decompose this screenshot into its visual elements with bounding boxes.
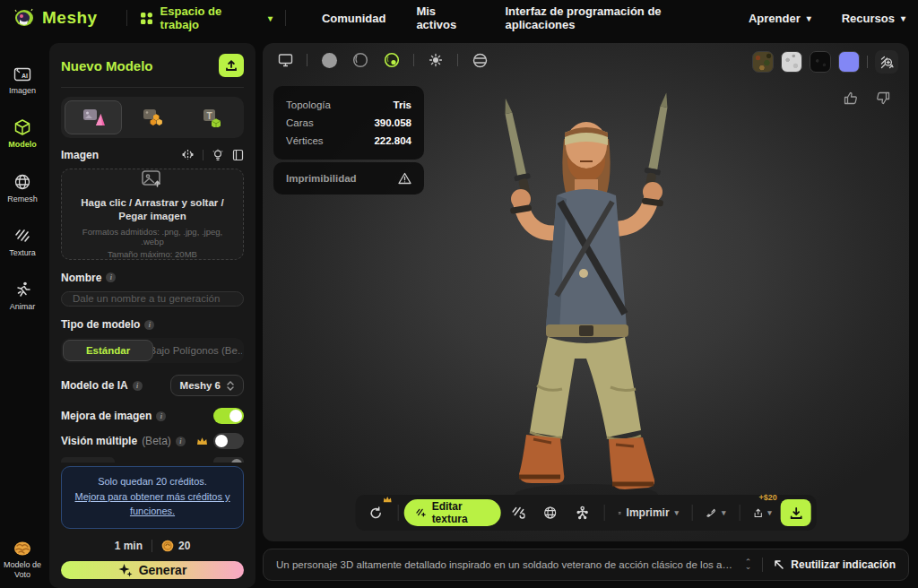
nav-divider <box>126 10 127 26</box>
normal-map-thumbnail[interactable] <box>838 51 860 73</box>
printability-card[interactable]: Imprimibilidad <box>273 162 424 195</box>
rail-item-animar[interactable]: Animar <box>10 281 36 311</box>
nav-link-api[interactable]: Interfaz de programación de aplicaciones <box>505 4 717 31</box>
matcap-environment-icon[interactable] <box>470 50 489 70</box>
credits-remaining-text: Solo quedan 20 créditos. <box>71 476 234 487</box>
info-icon: i <box>106 272 116 282</box>
divider <box>692 505 693 521</box>
crown-icon <box>196 437 208 445</box>
meshy-logo[interactable]: Meshy <box>13 7 98 29</box>
meshy-logo-icon <box>13 7 36 29</box>
info-icon: i <box>133 381 143 391</box>
meshy-logo-text: Meshy <box>42 8 98 28</box>
divider <box>867 56 868 68</box>
multi-view-toggle[interactable] <box>213 433 244 449</box>
rig-animate-button[interactable] <box>567 499 598 526</box>
image-dropzone[interactable]: Haga clic / Arrastrar y soltar / Pegar i… <box>61 169 244 260</box>
upgrade-link[interactable]: Mejora para obtener más créditos y funci… <box>71 490 234 519</box>
rail-item-modelo-de-voto[interactable]: Modelo de Voto <box>0 540 45 579</box>
ai-model-label: Modelo de IAi <box>61 379 143 392</box>
expand-prompt-control[interactable]: ⌃⌄ <box>745 560 752 569</box>
shading-wireframe-button[interactable] <box>351 50 370 70</box>
edit-texture-button[interactable]: Editar textura <box>404 499 501 526</box>
upload-asset-button[interactable] <box>219 54 244 77</box>
prompt-bar: Un personaje 3D altamente detallado insp… <box>263 549 909 581</box>
inspect-maps-button[interactable] <box>875 50 898 74</box>
image-to-3d-icon <box>82 108 105 127</box>
remesh-button[interactable] <box>535 499 566 526</box>
lightbulb-icon[interactable] <box>212 149 224 161</box>
tools-menu-button[interactable]: ▾ <box>699 499 732 526</box>
texture-brush-icon <box>416 507 427 519</box>
ai-model-select[interactable]: Meshy 6 <box>170 375 244 396</box>
image-enhance-toggle[interactable] <box>213 408 244 424</box>
refresh-icon <box>369 506 383 520</box>
divider <box>307 54 307 66</box>
model-type-segmented: Estándar Bajo Polígonos (Be... <box>61 338 244 363</box>
prompt-text: Un personaje 3D altamente detallado insp… <box>276 559 734 570</box>
3d-viewport[interactable]: Topología Tris Caras 390.058 Vértices 22… <box>263 43 909 541</box>
reuse-prompt-button[interactable]: Reutilizar indicación <box>774 558 896 571</box>
roughness-map-thumbnail[interactable] <box>781 51 802 73</box>
warning-icon <box>398 172 411 185</box>
chevron-down-icon: ▾ <box>268 13 273 23</box>
divider <box>152 540 152 552</box>
metallic-map-thumbnail[interactable] <box>810 51 831 73</box>
rail-item-textura[interactable]: Textura <box>9 227 36 257</box>
shading-solid-button[interactable] <box>319 50 339 70</box>
info-icon: i <box>144 320 154 330</box>
basecolor-map-thumbnail[interactable] <box>752 51 774 73</box>
library-icon[interactable] <box>232 149 244 161</box>
generate-button[interactable]: Generar <box>61 561 244 579</box>
wireframe-sphere-icon <box>13 173 31 191</box>
retexture-button[interactable] <box>503 499 533 526</box>
dropzone-formats: Formatos admitidos: .png, .jpg, .jpeg, .… <box>74 227 230 246</box>
shading-textured-button[interactable] <box>382 50 402 70</box>
top-navbar: Meshy Espacio de trabajo ▾ Comunidad Mis… <box>0 0 918 36</box>
workspace-grid-icon <box>140 12 153 25</box>
download-button[interactable] <box>781 499 811 526</box>
rail-item-modelo[interactable]: Modelo <box>8 118 37 149</box>
dropzone-title: Haga clic / Arrastrar y soltar / Pegar i… <box>74 196 230 224</box>
divider <box>61 87 244 88</box>
printability-label: Imprimibilidad <box>286 173 357 184</box>
thumbs-down-icon[interactable] <box>875 90 891 106</box>
rail-item-imagen[interactable]: AI Imagen <box>9 66 36 95</box>
model-type-lowpoly[interactable]: Bajo Polígonos (Be... <box>153 340 242 361</box>
regenerate-button[interactable] <box>360 499 391 526</box>
model-type-label: Tipo de modeloi <box>61 318 154 331</box>
retexture-icon <box>511 506 524 519</box>
tab-text-to-3d[interactable]: T <box>185 100 240 134</box>
model-type-standard[interactable]: Estándar <box>63 340 153 361</box>
nav-link-learn[interactable]: Aprender▾ <box>749 12 811 25</box>
download-icon <box>789 506 802 520</box>
faces-value: 390.058 <box>374 117 411 128</box>
name-input[interactable] <box>61 291 244 307</box>
text-to-3d-icon: T <box>201 108 224 127</box>
print-button[interactable]: Imprimir ▾ <box>611 499 687 526</box>
tab-image-to-voxel[interactable] <box>126 100 181 134</box>
cube-icon <box>13 118 31 136</box>
nav-link-resources[interactable]: Recursos▾ <box>842 12 905 25</box>
vertices-label: Vértices <box>286 135 324 146</box>
estimate-time: 1 min <box>115 540 143 552</box>
image-upload-icon <box>141 169 164 189</box>
share-export-button[interactable]: +$20 ▾ <box>746 499 779 526</box>
new-model-panel: Nuevo Modelo <box>49 43 255 588</box>
model-character-render <box>474 90 698 515</box>
estimate-row: 1 min 20 <box>61 540 244 552</box>
dropzone-max-size: Tamaño máximo: 20MB <box>108 249 197 259</box>
tab-image-to-3d[interactable] <box>65 100 122 134</box>
lighting-icon[interactable] <box>426 50 446 70</box>
brain-icon <box>13 540 32 557</box>
display-settings-icon[interactable] <box>275 50 295 70</box>
symmetry-icon[interactable] <box>181 149 195 160</box>
ai-image-icon: AI <box>13 66 31 82</box>
image-enhance-label: Mejora de imageni <box>61 410 166 422</box>
workspace-menu[interactable]: Espacio de trabajo ▾ <box>140 4 273 31</box>
svg-text:AI: AI <box>22 73 28 79</box>
thumbs-up-icon[interactable] <box>843 90 859 106</box>
nav-link-community[interactable]: Comunidad <box>322 12 386 25</box>
rail-item-remesh[interactable]: Remesh <box>7 173 38 203</box>
nav-link-my-assets[interactable]: Mis activos <box>416 4 474 31</box>
